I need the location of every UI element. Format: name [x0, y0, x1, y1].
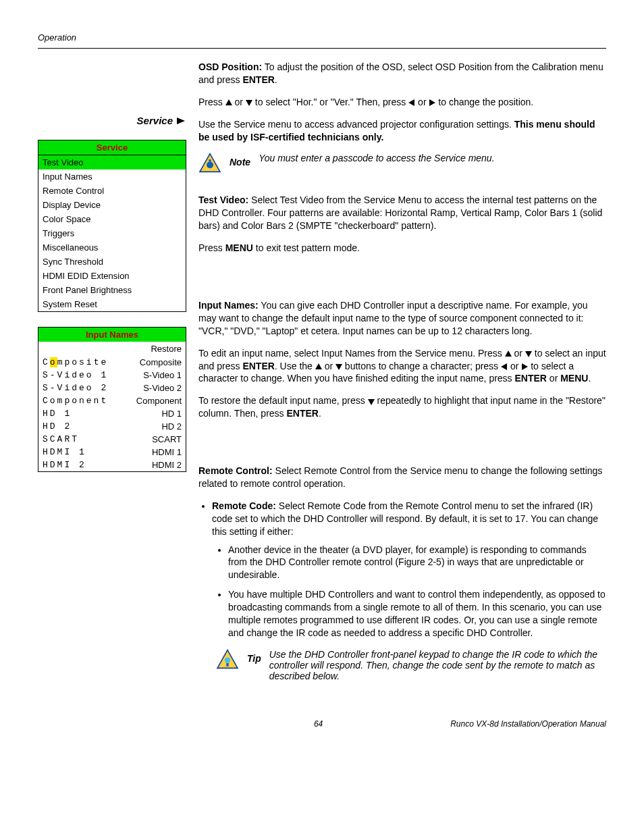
service-menu-title: Service [38, 140, 186, 155]
service-menu-item: Test Video [38, 155, 186, 170]
remote-code-item: Remote Code: Select Remote Code from the… [212, 500, 606, 640]
note-warning-icon [198, 153, 221, 175]
service-menu-item: Triggers [38, 226, 186, 240]
content-column: OSD Position: To adjust the position of … [198, 61, 606, 700]
service-menu-item: Remote Control [38, 184, 186, 198]
arrow-right-icon [177, 118, 186, 124]
osd-position-title: OSD Position: [198, 61, 262, 72]
input-names-header-row: Restore [38, 342, 186, 356]
input-row-right: Component [128, 396, 182, 406]
remote-sub-2: You have multiple DHD Controllers and wa… [228, 588, 606, 640]
input-row-right: S-Video 1 [128, 370, 182, 380]
input-row-right: SCART [128, 434, 182, 444]
footer-title: Runco VX-8d Installation/Operation Manua… [450, 719, 606, 729]
page-number: 64 [186, 719, 450, 729]
service-menu-item: Color Space [38, 212, 186, 226]
input-row-left: HDMI 1 [43, 447, 128, 457]
test-video-title: Test Video: [198, 194, 248, 205]
service-menu-item: Sync Threshold [38, 255, 186, 269]
input-row-left: Component [43, 396, 128, 406]
input-names-row: HDMI 1HDMI 1 [38, 446, 186, 459]
header-rule [38, 48, 606, 49]
input-names-title-inline: Input Names: [198, 300, 259, 311]
input-row-right: Composite [128, 357, 182, 367]
service-menu-box: Service Test VideoInput NamesRemote Cont… [38, 140, 186, 312]
input-names-p1: Input Names: You can give each DHD Contr… [198, 299, 606, 338]
arrow-down-icon [336, 363, 342, 370]
input-names-box: Input Names Restore CompositeCompositeS-… [38, 327, 186, 472]
svg-marker-1 [225, 99, 232, 105]
arrow-down-icon [368, 398, 375, 405]
input-names-p2: To edit an input name, select Input Name… [198, 347, 606, 386]
input-row-left: Composite [43, 357, 128, 367]
arrow-down-icon [246, 99, 252, 106]
arrow-up-icon [315, 363, 322, 370]
input-row-left: HD 2 [43, 421, 128, 432]
input-names-p3: To restore the default input name, press… [198, 394, 606, 420]
service-menu-item: System Reset [38, 297, 186, 311]
remote-sub-1: Another device in the theater (a DVD pla… [228, 544, 606, 582]
input-row-right: HDMI 1 [128, 447, 182, 457]
note-block: Note You must enter a passcode to access… [198, 153, 606, 175]
service-menu-item: Miscellaneous [38, 240, 186, 255]
input-names-row: ComponentComponent [38, 394, 186, 407]
svg-marker-12 [501, 363, 507, 370]
input-row-left: HD 1 [43, 409, 128, 419]
input-names-row: HD 2HD 2 [38, 420, 186, 433]
svg-marker-10 [315, 363, 322, 369]
input-row-left: S-Video 2 [43, 383, 128, 393]
remote-sub-list: Another device in the theater (a DVD pla… [212, 544, 606, 640]
input-names-row: HDMI 2HDMI 2 [38, 459, 186, 471]
svg-marker-11 [336, 364, 342, 370]
input-row-right: HDMI 2 [128, 460, 182, 470]
input-names-row: S-Video 2S-Video 2 [38, 382, 186, 394]
input-names-row: HD 1HD 1 [38, 407, 186, 420]
tip-text: Use the DHD Controller front-panel keypa… [269, 649, 606, 681]
edit-cursor: o [50, 357, 57, 367]
sidebar-column: Service Service Test VideoInput NamesRem… [38, 61, 186, 700]
restore-column-header: Restore [128, 344, 182, 354]
test-video-exit-para: Press MENU to exit test pattern mode. [198, 242, 606, 255]
input-row-right: S-Video 2 [128, 383, 182, 393]
svg-marker-14 [368, 399, 375, 405]
note-text: You must enter a passcode to access the … [259, 153, 606, 163]
svg-point-16 [225, 657, 230, 662]
input-names-row: SCARTSCART [38, 433, 186, 446]
arrow-left-icon [501, 363, 508, 370]
service-intro-para: Use the Service menu to access advanced … [198, 118, 606, 144]
service-menu-item: HDMI EDID Extension [38, 269, 186, 283]
osd-press-para: Press or to select "Hor." or "Ver." Then… [198, 96, 606, 109]
note-label: Note [230, 153, 250, 167]
arrow-right-icon [429, 99, 435, 106]
svg-marker-13 [522, 363, 528, 370]
arrow-up-icon [505, 350, 512, 357]
svg-rect-7 [209, 159, 211, 161]
page-footer: 64 Runco VX-8d Installation/Operation Ma… [38, 719, 606, 729]
remote-bullets: Remote Code: Select Remote Code from the… [198, 500, 606, 640]
svg-marker-9 [525, 351, 532, 357]
running-header: Operation [38, 32, 606, 43]
svg-marker-0 [177, 118, 185, 124]
input-row-left: HDMI 2 [43, 460, 128, 470]
tip-block: Tip Use the DHD Controller front-panel k… [216, 649, 606, 681]
arrow-left-icon [408, 99, 415, 106]
osd-position-para: OSD Position: To adjust the position of … [198, 61, 606, 86]
arrow-down-icon [525, 350, 532, 357]
test-video-para: Test Video: Select Test Video from the S… [198, 194, 606, 232]
input-row-right: HD 2 [128, 421, 182, 432]
svg-marker-8 [505, 350, 512, 357]
arrow-up-icon [225, 99, 232, 106]
tip-warning-icon [216, 649, 239, 671]
service-side-label: Service [38, 115, 186, 126]
input-names-row: S-Video 1S-Video 1 [38, 369, 186, 382]
arrow-right-icon [521, 363, 528, 370]
tip-label: Tip [247, 649, 261, 664]
svg-marker-2 [246, 100, 252, 106]
input-row-left: S-Video 1 [43, 370, 128, 380]
input-names-row: CompositeComposite [38, 356, 186, 369]
service-label-text: Service [137, 115, 173, 126]
service-menu-item: Front Panel Brightness [38, 283, 186, 297]
remote-control-title: Remote Control: [198, 465, 273, 476]
service-menu-item: Input Names [38, 170, 186, 184]
service-menu-item: Display Device [38, 198, 186, 212]
